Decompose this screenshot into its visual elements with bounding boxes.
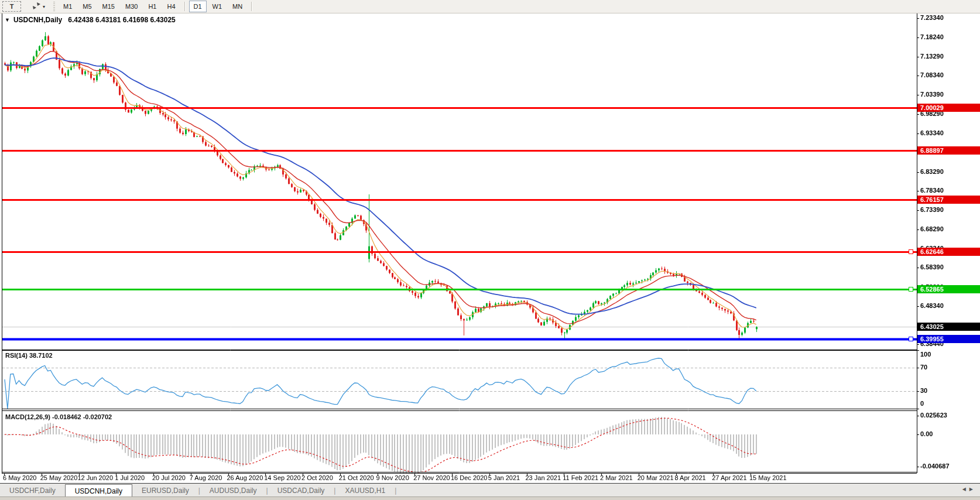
y-axis-label: 6.83290 [920,168,944,175]
y-axis-label: 6.68290 [920,225,944,232]
x-axis-date-label: 2 Oct 2020 [301,474,333,481]
timeframe-button-m30[interactable]: M30 [121,1,142,12]
y-axis-label: 7.08340 [920,71,944,78]
chart-tab-eurusd[interactable]: EURUSD,Daily [132,484,198,497]
x-axis-date-label: 1 Jul 2020 [115,474,145,481]
y-axis-label: 6.78340 [920,187,944,194]
timeframe-button-m1[interactable]: M1 [59,1,77,12]
timeframe-button-h4[interactable]: H4 [162,1,180,12]
price-tag: 6.43025 [917,323,980,331]
x-axis-date-label: 6 May 2020 [3,474,36,481]
y-axis-label: 6.48340 [920,302,944,309]
x-axis-date-label: 11 Feb 2021 [563,474,598,481]
text-tool-button[interactable]: T [2,1,21,12]
y-axis-label: 100 [920,351,931,358]
x-axis-date-label: 27 Nov 2020 [413,474,450,481]
status-bar [0,496,980,500]
x-axis-date-label: 5 Jan 2021 [488,474,520,481]
tab-scroll-buttons: ◀▶ [962,487,976,492]
price-tag: 7.00029 [917,104,980,112]
toolbar-separator [251,2,252,11]
toolbar: T ▾ M1M5M15M30H1H4D1W1MN [0,0,980,13]
y-axis-label: 6.58390 [920,263,944,270]
y-axis-label: 7.18240 [920,33,944,40]
x-axis-date-label: 27 Apr 2021 [712,474,746,481]
tab-scroll-right-icon[interactable]: ▶ [969,487,976,492]
y-axis-label: 7.03390 [920,91,944,98]
toolbar-grip[interactable] [53,2,55,11]
chart-menu-icon[interactable]: ▼ [5,17,10,23]
x-axis-date-label: 14 Sep 2020 [264,474,300,481]
timeframe-button-m15[interactable]: M15 [98,1,119,12]
timeframe-button-h1[interactable]: H1 [143,1,161,12]
chart-tab-usdcad[interactable]: USDCAD,Daily [268,484,334,497]
drawing-tool-button[interactable]: ▾ [28,1,50,12]
x-axis-date-label: 9 Nov 2020 [376,474,409,481]
x-axis-date-label: 12 Jun 2020 [78,474,114,481]
x-axis-date-label: 7 Aug 2020 [190,474,222,481]
x-axis-date-label: 2 Mar 2021 [600,474,633,481]
tab-scroll-left-icon[interactable]: ◀ [962,487,969,492]
y-axis-label: 0.025623 [920,412,947,419]
x-axis-date-label: 20 Mar 2021 [638,474,674,481]
y-axis-label: 70 [920,364,927,371]
macd-indicator-label: MACD(12,26,9) -0.018462 -0.020702 [5,413,112,420]
chart-symbol-label: USDCNH,Daily [13,16,62,24]
y-axis-label: 7.13290 [920,53,944,60]
y-axis-label: 7.23340 [920,14,944,21]
chart-tab-bar: USDCHF,DailyUSDCNH,DailyEURUSD,Daily|AUD… [0,483,980,497]
y-axis-label: 0.00 [920,430,933,437]
y-axis-label: -0.040687 [920,463,950,470]
x-axis-date-label: 15 May 2021 [749,474,787,481]
timeframe-button-m5[interactable]: M5 [78,1,96,12]
y-axis-label: 30 [920,387,927,394]
y-axis-label: 6.73390 [920,206,944,213]
chart-ohlc-values: 6.42438 6.43181 6.41698 6.43025 [68,16,176,24]
x-axis-date-label: 26 Aug 2020 [227,474,263,481]
trading-terminal-window: T ▾ M1M5M15M30H1H4D1W1MN ▼ USDCNH,Daily … [0,0,980,500]
y-axis-label: 6.93340 [920,129,944,136]
price-tag: 6.88897 [917,146,980,155]
x-axis-date-label: 21 Oct 2020 [339,474,374,481]
tab-separator: | [395,484,396,497]
x-axis-date-label: 23 Jan 2021 [526,474,561,481]
chart-tab-usdchf[interactable]: USDCHF,Daily [0,484,65,497]
chevron-down-icon[interactable]: ▾ [43,4,45,9]
price-tag: 6.39955 [917,335,980,343]
timeframe-button-d1[interactable]: D1 [189,1,207,12]
price-tag: 6.62646 [917,248,980,256]
price-tag: 6.52865 [917,285,980,293]
chart-tab-usdcnh[interactable]: USDCNH,Daily [65,484,132,497]
timeframe-buttons: M1M5M15M30H1H4D1W1MN [58,1,248,12]
price-tag: 6.76157 [917,196,980,204]
toolbar-separator [184,2,185,11]
x-axis-date-label: 8 Apr 2021 [675,474,706,481]
x-axis-date-label: 20 Jul 2020 [152,474,186,481]
rsi-indicator-label: RSI(14) 38.7102 [5,352,53,359]
y-axis-label: 0 [920,400,924,407]
x-axis-date-label: 16 Dec 2020 [451,474,487,481]
chart-canvas[interactable] [0,0,980,500]
drawing-tool-icon [32,2,41,11]
chart-tab-xauusd[interactable]: XAUUSD,H1 [335,484,395,497]
x-axis-date-label: 25 May 2020 [40,474,78,481]
chart-title: ▼ USDCNH,Daily 6.42438 6.43181 6.41698 6… [5,16,176,24]
chart-tab-audusd[interactable]: AUDUSD,Daily [200,484,266,497]
timeframe-button-mn[interactable]: MN [228,1,247,12]
timeframe-button-w1[interactable]: W1 [208,1,227,12]
